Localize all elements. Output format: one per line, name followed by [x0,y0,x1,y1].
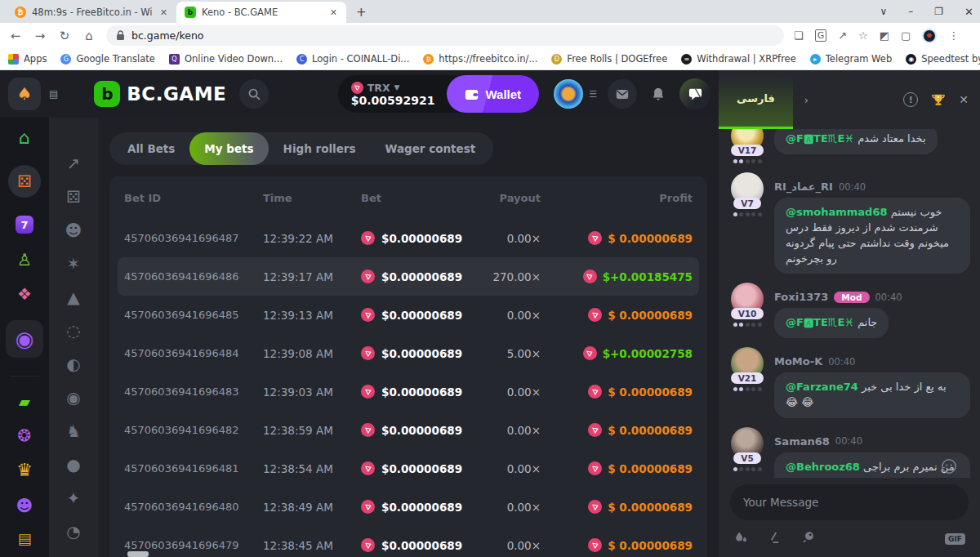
wheel-game-icon[interactable]: ◌ [66,323,80,339]
browser-tab-keno[interactable]: b Keno - BC.GAME ✕ [176,2,346,23]
new-tab-button[interactable]: + [346,5,376,23]
search-tabs-icon[interactable]: ∨ [880,6,888,17]
chevron-right-icon[interactable]: › [804,94,808,106]
brand-logo[interactable]: b BC.GAME [94,81,226,107]
table-row[interactable]: 45706036941696482 12:38:59 AM $0.0000068… [118,411,699,449]
bomb-game-icon[interactable]: ◔ [66,524,80,540]
sports-icon[interactable]: ♙ [17,252,32,268]
tab-all-bets[interactable]: All Bets [113,132,189,165]
close-window-icon[interactable]: ✕ [964,6,973,18]
bookmark-item[interactable]: ₿ https://freebitco.in/... [423,53,537,65]
restore-icon[interactable]: ❐ [934,6,943,17]
tab-wager-contest[interactable]: Wager contest [371,132,491,165]
translate-icon[interactable]: G [815,29,827,42]
mention[interactable]: @smohammad68 [786,206,888,218]
reload-icon[interactable]: ↻ [57,29,72,43]
address-bar[interactable]: bc.game/keno [106,25,784,46]
collapse-sidebar-icon[interactable]: ▤ [47,88,60,100]
horizontal-scrollbar[interactable] [127,551,149,557]
bookmark-item[interactable]: ≡ Withdrawal | XRPfree [681,53,796,65]
eggs-game-icon[interactable]: ◐ [66,356,80,372]
rank-list-icon[interactable]: ☰ [589,89,596,100]
chat-language-tab[interactable]: فارسی [719,70,793,129]
chat-messages[interactable]: V17 @F🅰TE♏E♓ بخدا معتاد شدم V7 RI_عماد_R… [719,119,980,478]
extensions-icon[interactable]: ◩ [880,29,889,42]
close-tab-icon[interactable]: ✕ [327,7,340,18]
notifications-button[interactable] [644,79,673,109]
mention[interactable]: @F🅰TE♏E♓ [786,316,854,328]
spade-logo-button[interactable]: ♠ [8,78,41,110]
wallet-button[interactable]: Wallet [447,75,540,113]
mines-game-icon[interactable]: ✶ [67,256,81,272]
coinflip-game-icon[interactable]: ◉ [66,390,80,406]
tab-my-bets[interactable]: My bets [189,132,268,165]
currency-selector[interactable]: TRX ▼ $0.00592921 [351,82,435,107]
bookmark-star-icon[interactable]: ☆ [858,29,868,42]
bookmark-apps[interactable]: Apps [8,53,47,65]
table-row[interactable]: 45706036941696481 12:38:54 AM $0.0000068… [118,449,699,488]
lottery-ticket-icon[interactable]: ▰ [19,394,30,409]
home-icon[interactable]: ⌂ [82,29,96,43]
party-masks-icon[interactable]: ☻ [16,497,33,514]
slash-command-icon[interactable] [768,531,782,547]
close-chat-icon[interactable]: ✕ [959,93,969,106]
emoji-icon[interactable] [941,458,957,478]
rain-icon[interactable] [733,530,748,547]
monster-game-icon[interactable]: ☻ [65,222,82,238]
open-in-icon[interactable]: ❏ [794,29,804,42]
table-row[interactable]: 45706036941696483 12:39:03 AM $0.0000068… [118,372,699,411]
table-row[interactable]: 45706036941696479 12:38:45 AM $0.0000068… [118,526,699,557]
keno-active-game[interactable]: ◉ [6,320,43,358]
bookmark-item[interactable]: ▸ Telegram Web [810,53,892,65]
table-row-highlighted[interactable]: 45706036941696486 12:39:17 AM $0.0000068… [118,257,699,296]
reading-list-icon[interactable]: ▢ [901,29,911,42]
close-tab-icon[interactable]: ✕ [158,7,170,18]
mention[interactable]: @Farzane74 [786,381,858,393]
mention[interactable]: @F🅰TE♏E♓ [786,132,854,145]
roulette-ring-icon[interactable]: ❂ [18,427,32,443]
table-row[interactable]: 45706036941696484 12:39:08 AM $0.0000068… [118,334,699,372]
chat-message-input[interactable] [730,484,969,520]
plinko-game-icon[interactable]: ▲ [67,289,79,305]
gif-icon[interactable]: GIF [945,533,965,545]
mention[interactable]: @Behrooz68 [786,461,860,473]
slots-icon[interactable]: 7 [16,216,33,234]
keno-crowd-game-icon[interactable]: ♞ [66,423,81,439]
bookmark-item[interactable]: Ð Free Rolls | DOGEfree [551,53,667,65]
hilo-game-icon[interactable]: ✦ [67,490,81,506]
coin-balance-icon[interactable]: ▤ [17,532,31,546]
bookmark-item[interactable]: G Google Translate [60,53,154,65]
bowling-game-icon[interactable]: ● [66,457,80,473]
home-icon[interactable]: ⌂ [19,129,30,147]
menu-icon[interactable]: ⋮ [948,29,959,42]
table-row[interactable]: 45706036941696485 12:39:13 AM $0.0000068… [118,296,699,334]
bookmark-item[interactable]: ◉ Speedtest by Ookla... [906,53,980,65]
back-icon[interactable]: ← [8,29,23,43]
share-icon[interactable]: ↗ [838,29,847,42]
profile-avatar[interactable] [922,29,937,43]
forward-icon[interactable]: → [33,29,47,43]
minimize-icon[interactable]: – [908,6,913,17]
crash-game-icon[interactable]: ↗ [67,155,81,172]
promotions-icon[interactable]: ❖ [17,286,32,302]
casino-nav-item[interactable]: ⚄ › [8,165,41,198]
vip-crown-icon[interactable]: ♛ [16,461,33,479]
dice-game-icon[interactable]: ⚄ [66,189,80,205]
username[interactable]: Foxi1373 [774,291,828,303]
chat-rules-icon[interactable]: ! [903,92,918,107]
inbox-button[interactable] [608,79,637,109]
browser-tab-freebitco[interactable]: ₿ 48m:9s - FreeBitco.in - Win free b ✕ [7,2,176,23]
search-button[interactable] [239,79,269,109]
table-row[interactable]: 45706036941696487 12:39:22 AM $0.0000068… [118,219,699,257]
chat-toggle-button[interactable] [679,78,710,109]
username[interactable]: Saman68 [774,435,830,448]
username[interactable]: RI_عماد_RI [774,180,833,193]
rocket-icon[interactable] [801,530,816,547]
tab-high-rollers[interactable]: High rollers [269,132,371,165]
user-avatar[interactable] [554,79,583,109]
table-row[interactable]: 45706036941696480 12:38:49 AM $0.0000068… [118,488,699,526]
trophy-icon[interactable] [931,93,946,107]
username[interactable]: MoMo-K [774,355,822,368]
bookmark-item[interactable]: Q Online Video Down... [169,53,283,65]
bookmark-item[interactable]: C Login - COINALL-Di... [296,53,409,65]
